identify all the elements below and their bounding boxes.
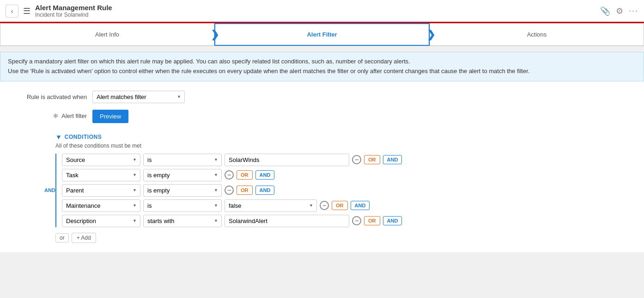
remove-condition-4[interactable]: − xyxy=(320,201,329,210)
or-add-button[interactable]: + Add xyxy=(72,233,96,243)
page-title: Alert Management Rule xyxy=(35,4,600,12)
condition-row: Source Task Parent Maintenance Descripti… xyxy=(62,154,635,166)
op-select-wrap-1: is is not is empty starts with xyxy=(143,154,222,166)
condition-row: Source Task Parent Maintenance Descripti… xyxy=(62,169,635,181)
or-button-3[interactable]: OR xyxy=(237,186,253,195)
wizard-step-label: Alert Info xyxy=(95,31,119,38)
settings-icon[interactable]: ⚙ xyxy=(616,6,623,16)
field-select-5[interactable]: Source Task Parent Maintenance Descripti… xyxy=(62,215,140,227)
condition-row: Source Task Parent Maintenance Descripti… xyxy=(62,199,635,212)
field-select-1[interactable]: Source Task Parent Maintenance Descripti… xyxy=(62,154,140,166)
wizard-steps: Alert Info Alert Filter Actions xyxy=(0,23,644,46)
and-button-5[interactable]: AND xyxy=(383,216,402,225)
op-select-5[interactable]: is is not is empty starts with ends with… xyxy=(143,215,222,227)
and-button-3[interactable]: AND xyxy=(255,186,275,195)
field-select-wrap-1: Source Task Parent Maintenance Descripti… xyxy=(62,154,140,166)
op-select-3[interactable]: is is not is empty starts with xyxy=(143,184,222,197)
field-select-3[interactable]: Source Task Parent Maintenance Descripti… xyxy=(62,184,140,197)
preview-button[interactable]: Preview xyxy=(92,110,128,123)
and-button-4[interactable]: AND xyxy=(351,201,370,210)
rule-activated-select[interactable]: Alert matches filter Alert content chang… xyxy=(92,91,185,103)
or-label: or xyxy=(55,233,69,242)
or-button-2[interactable]: OR xyxy=(237,170,253,180)
field-select-wrap-2: Source Task Parent Maintenance Descripti… xyxy=(62,169,140,181)
val-select-4[interactable]: false true xyxy=(225,199,317,212)
op-select-2[interactable]: is is not is empty starts with xyxy=(143,169,222,181)
page: ‹ ☰ Alert Management Rule Incident for S… xyxy=(0,0,644,298)
header-actions: 📎 ⚙ ··· xyxy=(600,6,638,16)
info-line-2: Use the 'Rule is activated when' option … xyxy=(8,67,636,76)
rule-activated-control: Alert matches filter Alert content chang… xyxy=(92,91,635,103)
conditions-arrow-icon: ▼ xyxy=(55,133,62,141)
wizard-step-label: Actions xyxy=(527,31,547,38)
remove-condition-3[interactable]: − xyxy=(225,186,234,195)
op-select-1[interactable]: is is not is empty starts with xyxy=(143,154,222,166)
remove-condition-5[interactable]: − xyxy=(352,216,361,225)
and-button-2[interactable]: AND xyxy=(255,170,275,180)
wizard-step-actions[interactable]: Actions xyxy=(430,23,644,46)
value-input-5[interactable] xyxy=(225,215,349,227)
condition-row: Source Task Parent Maintenance Descripti… xyxy=(62,184,635,197)
op-select-wrap-2: is is not is empty starts with xyxy=(143,169,222,181)
or-button-5[interactable]: OR xyxy=(364,216,380,225)
op-select-4[interactable]: is is not is empty xyxy=(143,199,222,212)
value-input-1[interactable] xyxy=(225,154,349,166)
field-select-4[interactable]: Source Task Parent Maintenance Descripti… xyxy=(62,199,140,212)
remove-condition-1[interactable]: − xyxy=(352,155,361,164)
conditions-rows: Source Task Parent Maintenance Descripti… xyxy=(55,154,635,227)
page-subtitle: Incident for Solarwind xyxy=(35,12,600,18)
rule-activated-label: Rule is activated when xyxy=(9,91,92,100)
val-select-wrap-4: false true xyxy=(225,199,317,212)
op-select-wrap-5: is is not is empty starts with ends with… xyxy=(143,215,222,227)
wizard-step-alert-info[interactable]: Alert Info xyxy=(0,23,214,46)
info-line-1: Specify a mandatory alert filter on whic… xyxy=(8,57,636,67)
alert-filter-row: ✻ Alert filter Preview xyxy=(9,110,635,123)
and-label: AND xyxy=(44,187,55,193)
field-select-wrap-4: Source Task Parent Maintenance Descripti… xyxy=(62,199,140,212)
or-row: or + Add xyxy=(9,230,635,243)
conditions-outer: AND Source Task Parent Maintenance Descr… xyxy=(9,154,635,227)
header-title: Alert Management Rule Incident for Solar… xyxy=(35,4,600,18)
rule-activated-select-wrap: Alert matches filter Alert content chang… xyxy=(92,91,185,103)
or-button-4[interactable]: OR xyxy=(332,201,348,210)
conditions-section: ▼ CONDITIONS All of these conditions mus… xyxy=(0,130,644,252)
wizard-step-alert-filter[interactable]: Alert Filter xyxy=(214,23,430,46)
more-icon[interactable]: ··· xyxy=(629,6,638,16)
required-asterisk: ✻ xyxy=(53,112,58,119)
field-select-wrap-5: Source Task Parent Maintenance Descripti… xyxy=(62,215,140,227)
content-area: Rule is activated when Alert matches fil… xyxy=(0,81,644,252)
remove-condition-2[interactable]: − xyxy=(225,170,234,180)
form-area: Rule is activated when Alert matches fil… xyxy=(0,81,644,123)
op-select-wrap-4: is is not is empty xyxy=(143,199,222,212)
menu-icon[interactable]: ☰ xyxy=(23,6,30,16)
attach-icon[interactable]: 📎 xyxy=(600,6,610,16)
info-banner: Specify a mandatory alert filter on whic… xyxy=(0,52,644,81)
rule-activated-row: Rule is activated when Alert matches fil… xyxy=(9,91,635,103)
header: ‹ ☰ Alert Management Rule Incident for S… xyxy=(0,0,644,23)
wizard-step-label: Alert Filter xyxy=(307,31,337,38)
or-button-1[interactable]: OR xyxy=(364,155,380,164)
conditions-title: CONDITIONS xyxy=(65,134,102,140)
op-select-wrap-3: is is not is empty starts with xyxy=(143,184,222,197)
alert-filter-control: Preview xyxy=(92,110,635,123)
back-button[interactable]: ‹ xyxy=(6,5,18,18)
field-select-wrap-3: Source Task Parent Maintenance Descripti… xyxy=(62,184,140,197)
conditions-subtitle: All of these conditions must be met xyxy=(9,143,635,149)
alert-filter-label: ✻ Alert filter xyxy=(9,110,92,119)
and-button-1[interactable]: AND xyxy=(383,155,402,164)
condition-row: Source Task Parent Maintenance Descripti… xyxy=(62,215,635,227)
conditions-header: ▼ CONDITIONS xyxy=(9,130,635,143)
field-select-2[interactable]: Source Task Parent Maintenance Descripti… xyxy=(62,169,140,181)
